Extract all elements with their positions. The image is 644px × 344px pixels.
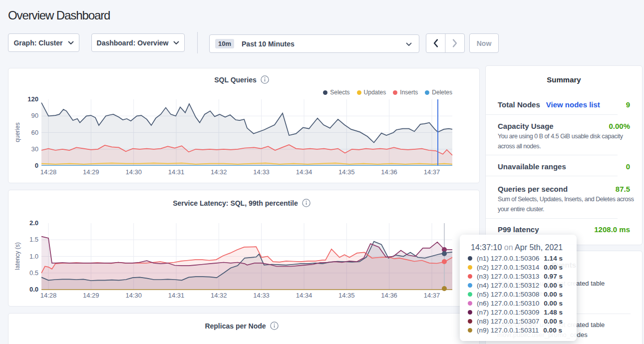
svg-text:1.5: 1.5 xyxy=(29,236,38,243)
svg-text:14:30: 14:30 xyxy=(125,292,142,299)
svg-text:0.5: 0.5 xyxy=(29,269,38,277)
svg-text:14:35: 14:35 xyxy=(338,292,355,299)
svg-text:60: 60 xyxy=(31,129,38,136)
svg-text:14:31: 14:31 xyxy=(168,168,185,176)
svg-text:14:28: 14:28 xyxy=(40,168,57,176)
svg-text:14:29: 14:29 xyxy=(83,168,99,176)
svg-text:14:28: 14:28 xyxy=(40,292,57,299)
svg-text:14:31: 14:31 xyxy=(168,292,185,299)
svg-text:14:37: 14:37 xyxy=(424,168,440,176)
svg-text:latency (s): latency (s) xyxy=(14,242,21,270)
svg-text:1.0: 1.0 xyxy=(29,253,38,260)
svg-text:14:33: 14:33 xyxy=(253,168,270,176)
svg-text:0: 0 xyxy=(35,162,38,169)
svg-text:14:36: 14:36 xyxy=(381,168,397,176)
svg-text:30: 30 xyxy=(31,145,38,153)
svg-text:14:33: 14:33 xyxy=(253,292,270,299)
svg-text:14:32: 14:32 xyxy=(211,168,227,176)
svg-text:14:34: 14:34 xyxy=(296,292,313,299)
svg-text:14:29: 14:29 xyxy=(83,292,99,299)
svg-text:14:30: 14:30 xyxy=(125,168,142,176)
svg-text:2.0: 2.0 xyxy=(29,219,38,227)
svg-text:14:37: 14:37 xyxy=(424,292,440,299)
svg-text:120: 120 xyxy=(27,95,38,103)
svg-text:14:34: 14:34 xyxy=(296,168,313,176)
svg-text:queries: queries xyxy=(14,122,21,142)
svg-text:14:32: 14:32 xyxy=(211,292,227,299)
svg-text:90: 90 xyxy=(31,112,38,119)
svg-text:14:36: 14:36 xyxy=(381,292,397,299)
svg-text:14:35: 14:35 xyxy=(338,168,355,176)
svg-text:0.0: 0.0 xyxy=(29,286,38,293)
